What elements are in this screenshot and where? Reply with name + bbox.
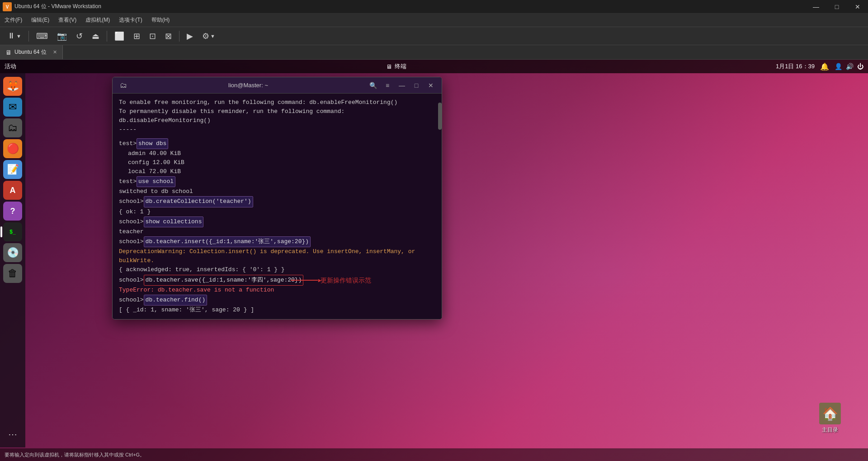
terminal-left-icons: 🗂 — [117, 79, 130, 92]
terminal-window: 🗂 lion@Master: ~ 🔍 ≡ — □ ✕ To enable fre… — [112, 77, 442, 320]
snapshot-icon: 📷 — [57, 31, 67, 41]
terminal-content[interactable]: To enable free monitoring, run the follo… — [113, 94, 442, 319]
terminal-app-icon: 🖥 — [386, 63, 392, 70]
ubuntu-tab-label: Ubuntu 64 位 — [14, 48, 47, 56]
term-line-2: To permanently disable this reminder, ru… — [119, 107, 435, 125]
term-output-9: switched to db school — [119, 187, 193, 196]
term-cmd-4: show dbs — [137, 138, 168, 149]
term-output-13: teacher — [119, 227, 144, 236]
term-output-3: ----- — [119, 125, 137, 134]
vmware-menubar: 文件(F) 编辑(E) 查看(V) 虚拟机(M) 选项卡(T) 帮助(H) — [0, 14, 868, 27]
dock-item-apps[interactable]: ⋯ — [3, 425, 22, 444]
terminal-scrollbar[interactable] — [438, 94, 442, 319]
dock-item-files[interactable]: 🗂 — [3, 118, 22, 137]
term-prompt-10: school> — [119, 197, 144, 206]
bottombar-hint: 要将输入定向到该虚拟机，请将鼠标指针移入其中或按 Ctrl+G。 — [5, 452, 145, 458]
terminal-app-label: 终端 — [395, 62, 406, 71]
menu-file[interactable]: 文件(F) — [0, 14, 27, 26]
toolbar-fit-button[interactable]: ⊡ — [146, 30, 160, 42]
dock-item-trash[interactable]: 🗑 — [3, 264, 22, 283]
term-prompt-14: school> — [119, 237, 144, 246]
term-line-1: To enable free monitoring, run the follo… — [119, 98, 435, 107]
vmware-window-controls: — □ ✕ — [806, 0, 868, 13]
dock-item-disk[interactable]: 💿 — [3, 243, 22, 262]
term-prompt-19: school> — [119, 296, 144, 305]
toolbar-separator-1 — [28, 31, 29, 42]
ubuntu-tab-close[interactable]: ✕ — [53, 49, 57, 55]
menu-view[interactable]: 查看(V) — [54, 14, 81, 26]
menu-edit[interactable]: 编辑(E) — [27, 14, 54, 26]
term-output-6: config 12.00 KiB — [119, 158, 184, 167]
term-output-15: DeprecationWarning: Collection.insert() … — [119, 247, 435, 265]
term-output-16: { acknowledged: true, insertedIds: { '0'… — [119, 265, 285, 274]
home-folder-label: 主目录 — [822, 426, 838, 434]
toolbar-unity-button[interactable]: ⊞ — [130, 30, 144, 42]
term-cmd-8: use school — [137, 176, 175, 187]
menu-help[interactable]: 帮助(H) — [147, 14, 175, 26]
gnome-dock: 🦊 ✉ 🗂 🔴 📝 A ? $_ 💿 🗑 ⋯ — [0, 73, 25, 447]
term-prompt-8: test> — [119, 177, 137, 186]
term-line-12: school> show collections — [119, 216, 435, 227]
gnome-bottombar: 要将输入定向到该虚拟机，请将鼠标指针移入其中或按 Ctrl+G。 — [0, 448, 868, 461]
term-line-10: school> db.createCollection('teacher') — [119, 196, 435, 207]
term-output-1: To enable free monitoring, run the follo… — [119, 98, 397, 107]
toolbar-settings-button[interactable]: ⚙ ▼ — [198, 30, 219, 42]
terminal-maximize-button[interactable]: □ — [410, 79, 423, 92]
term-line-3: ----- — [119, 125, 435, 134]
toolbar-send-key-button[interactable]: ⌨ — [33, 30, 52, 42]
term-line-4: test> show dbs — [119, 138, 435, 149]
fit2-icon: ⊠ — [165, 31, 172, 41]
term-line-9: switched to db school — [119, 187, 435, 196]
term-line-17: school> db.teacher.save({_id:1,sname:'李四… — [119, 275, 435, 286]
term-cmd-14: db.teacher.insert({_id:1,sname:'张三',sage… — [144, 236, 311, 247]
terminal-close-button[interactable]: ✕ — [425, 79, 437, 92]
vmware-maximize-button[interactable]: □ — [826, 0, 847, 13]
console-icon: ▶ — [187, 31, 193, 41]
terminal-menu-button[interactable]: ≡ — [381, 79, 394, 92]
term-cmd-19: db.teacher.find() — [144, 295, 208, 306]
annotation-arrow: 更新操作错误示范 — [291, 276, 371, 286]
dock-item-radio[interactable]: 🔴 — [3, 139, 22, 158]
dock-item-email[interactable]: ✉ — [3, 98, 22, 117]
term-cmd-17: db.teacher.save({_id:1,sname:'李四',sage:2… — [144, 275, 304, 286]
menu-tab[interactable]: 选项卡(T) — [114, 14, 146, 26]
toolbar-pause-button[interactable]: ⏸ ▼ — [4, 30, 25, 42]
term-line-7: local 72.00 KiB — [119, 167, 435, 176]
dock-item-firefox[interactable]: 🦊 — [3, 77, 22, 96]
menu-vm[interactable]: 虚拟机(M) — [81, 14, 114, 26]
pause-dropdown-icon: ▼ — [16, 33, 21, 39]
svg-text:V: V — [6, 5, 9, 9]
toolbar-revert-button[interactable]: ↺ — [72, 30, 86, 42]
vmware-close-button[interactable]: ✕ — [847, 0, 868, 13]
terminal-search-button[interactable]: 🔍 — [367, 79, 379, 92]
toolbar-snapshot-button[interactable]: 📷 — [53, 30, 71, 42]
term-line-17-container: school> db.teacher.save({_id:1,sname:'李四… — [119, 275, 435, 286]
terminal-filemanager-icon[interactable]: 🗂 — [117, 79, 130, 92]
toolbar-fullscreen-button[interactable]: ⬜ — [111, 30, 128, 42]
vmware-minimize-button[interactable]: — — [806, 0, 826, 13]
gnome-volume-icon: 🔊 — [846, 63, 854, 70]
gnome-topbar-right: 1月1日 16：39 🔔 👤 🔊 ⏻ — [776, 62, 863, 71]
vmware-toolbar: ⏸ ▼ ⌨ 📷 ↺ ⏏ ⬜ ⊞ ⊡ ⊠ ▶ ⚙ ▼ — [0, 27, 868, 45]
vmware-titlebar: V Ubuntu 64 位 - VMware Workstation — □ ✕ — [0, 0, 868, 14]
gnome-terminal-indicator: 🖥 终端 — [386, 62, 406, 71]
term-prompt-4: test> — [119, 139, 137, 148]
term-spacer-1 — [119, 135, 435, 138]
dock-item-terminal[interactable]: $_ — [3, 222, 22, 241]
toolbar-console-button[interactable]: ▶ — [183, 30, 197, 42]
vmware-app-icon: V — [3, 2, 12, 11]
gnome-activities-button[interactable]: 活动 — [5, 62, 16, 71]
dock-item-help[interactable]: ? — [3, 202, 22, 221]
ubuntu-tab[interactable]: 🖥 Ubuntu 64 位 ✕ — [0, 45, 63, 59]
terminal-minimize-button[interactable]: — — [396, 79, 408, 92]
gnome-datetime: 1月1日 16：39 — [776, 62, 815, 71]
gnome-topbar: 活动 🖥 终端 1月1日 16：39 🔔 👤 🔊 ⏻ — [0, 60, 868, 73]
vmware-window-title: Ubuntu 64 位 - VMware Workstation — [14, 3, 806, 10]
desktop-home-icon[interactable]: 🏠 主目录 — [819, 403, 841, 434]
dock-item-docs[interactable]: 📝 — [3, 160, 22, 179]
home-folder-icon: 🏠 — [819, 403, 841, 424]
toolbar-fit2-button[interactable]: ⊠ — [161, 30, 175, 42]
toolbar-suspend-button[interactable]: ⏏ — [88, 30, 103, 42]
gnome-systray: 👤 🔊 ⏻ — [835, 63, 863, 70]
dock-item-appstore[interactable]: A — [3, 181, 22, 200]
